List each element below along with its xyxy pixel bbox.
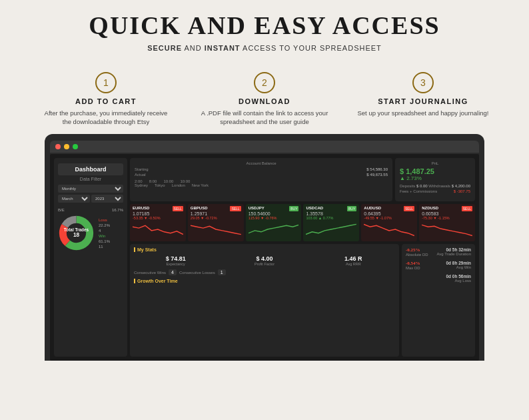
- pnl-card: PnL $ 1,487.25 ▲ 2.73% Deposits $ 0.00 W…: [395, 158, 475, 201]
- loss-label: Loss: [99, 218, 110, 222]
- eurusd-pair: EURUSD: [133, 206, 149, 211]
- forex-eurusd: EURUSD SELL 1.07185 -53.35 ▼ -0.50%: [130, 204, 186, 241]
- maximize-icon[interactable]: [73, 144, 78, 149]
- avg-trade-group: 0d 5h 32min Avg Trade Duration: [436, 247, 471, 257]
- usdcad-badge: BUY: [347, 206, 356, 211]
- subtitle: SECURE AND INSTANT ACCESS TO YOUR SPREAD…: [27, 44, 502, 52]
- step-3: 3 START JOURNALING Set up your spreadshe…: [357, 72, 489, 127]
- step-1-title: ADD TO CART: [75, 97, 137, 105]
- year-select[interactable]: 2023: [91, 195, 123, 203]
- london-label: London: [172, 183, 185, 187]
- stats-grid: $ 74.81 Expectancy $ 4.00 Profit Factor …: [134, 255, 395, 266]
- gbpusd-chart: [191, 221, 241, 237]
- steps-container: 1 ADD TO CART After the purchase, you im…: [0, 72, 529, 127]
- macbook-wrapper: Dashboard Data Filter Monthly March 2023: [0, 134, 529, 361]
- max-dd-group: -0.54% Max DD: [406, 261, 420, 270]
- win-label: Win: [99, 234, 110, 238]
- win-num: 11: [99, 245, 110, 249]
- filter-row-2: March 2023: [58, 195, 123, 203]
- avg-win-val: 0d 8h 29min: [446, 261, 471, 265]
- step-1-number: 1: [95, 72, 117, 93]
- expectancy-label: Expectancy: [134, 262, 217, 266]
- donut-legend: Loss 22.2% 4 Win 61.1% 11: [99, 218, 110, 249]
- abs-dd-group: -0.25% Absolute DD: [406, 247, 428, 257]
- avg-loss-row: 0d 0h 56min Avg Loss: [406, 274, 471, 283]
- forex-gbpusd: GBPUSD SELL 1.25971 29.05 ▼ -0.72%: [188, 204, 244, 241]
- page-title: QUICK AND EASY ACCESS: [27, 12, 502, 40]
- usdjpy-price: 150.54600: [249, 211, 299, 216]
- usdjpy-change: 115.90 ▼ -0.76%: [249, 216, 299, 220]
- win-pct: 61.1%: [99, 239, 110, 243]
- starting-row: Starting $ 54,586.30: [135, 167, 388, 171]
- minimize-icon[interactable]: [64, 144, 69, 149]
- max-dd-label: Max DD: [406, 266, 420, 270]
- max-dd-row: -0.54% Max DD 0d 8h 29min Avg Win: [406, 261, 471, 270]
- starting-val: $ 54,586.30: [366, 167, 388, 171]
- audusd-badge: SELL: [404, 206, 414, 211]
- trade-distribution: B/E 16.7%: [58, 208, 123, 251]
- starting-label: Starting: [135, 167, 149, 171]
- audusd-pair: AUDUSD: [364, 206, 381, 211]
- actual-row: Actual $ 49,673.55: [135, 173, 388, 177]
- deposits-row: Deposits $ 0.00 Withdrawals $ 4,200.00: [400, 184, 470, 188]
- abs-dd-val: -0.25%: [406, 247, 428, 253]
- profit-factor-metric: $ 4.00 Profit Factor: [223, 255, 306, 266]
- macbook-bar: [50, 141, 479, 153]
- abs-dd-label: Absolute DD: [406, 253, 428, 257]
- screen: Dashboard Data Filter Monthly March 2023: [50, 154, 479, 361]
- expectancy-metric: $ 74.81 Expectancy: [134, 255, 217, 266]
- ny-label: New York: [192, 183, 209, 187]
- dashboard-subtitle: Data Filter: [58, 177, 123, 181]
- svg-text:Total Trades: Total Trades: [64, 227, 89, 232]
- svg-text:18: 18: [73, 232, 80, 238]
- profit-factor-val: $ 4.00: [223, 255, 306, 262]
- cons-wins-label: Consecutive Wins: [134, 271, 166, 275]
- top-section: QUICK AND EASY ACCESS SECURE AND INSTANT…: [0, 0, 529, 60]
- gbpusd-badge: SELL: [230, 206, 241, 211]
- step-2: 2 DOWNLOAD A .PDF file will contain the …: [199, 72, 330, 127]
- avg-win-label: Avg Win: [446, 265, 471, 269]
- consecutive-row: Consecutive Wins 4 Consecutive Losses 1: [134, 269, 395, 275]
- audusd-change: -49.55 ▼ -1.07%: [364, 216, 414, 220]
- cons-losses-val: 1: [218, 269, 226, 275]
- macbook: Dashboard Data Filter Monthly March 2023: [45, 134, 484, 361]
- gbpusd-price: 1.25971: [191, 211, 241, 216]
- avg-rrr-label: Avg RRR: [312, 262, 395, 266]
- usdcad-price: 1.35578: [306, 211, 356, 216]
- donut-container: Total Trades 18 Loss 22.2% 4 Win 61.1% 1…: [58, 215, 123, 251]
- nzdusd-pair: NZDUSD: [422, 206, 438, 211]
- frequency-select[interactable]: Monthly: [58, 185, 123, 193]
- forex-usdjpy: USDJPY BUY 150.54600 115.90 ▼ -0.76%: [246, 204, 302, 241]
- avg-loss-label: Avg Loss: [446, 279, 471, 283]
- city-row: Sydney Tokyo London New York: [135, 183, 388, 187]
- pnl-value: $ 1,487.25: [400, 167, 470, 175]
- step-2-desc: A .PDF file will contain the link to acc…: [199, 109, 330, 127]
- dd-row: -0.25% Absolute DD 0d 5h 32min Avg Trade…: [406, 247, 471, 283]
- step-3-desc: Set up your spreadsheet and happy journa…: [358, 109, 489, 117]
- dashboard-main: Account Balance Starting $ 54,586.30 Act…: [130, 158, 475, 357]
- profit-factor-label: Profit Factor: [223, 262, 306, 266]
- tokyo-label: Tokyo: [155, 183, 165, 187]
- my-stats-panel: My Stats $ 74.81 Expectancy $ 4.00 Profi…: [130, 244, 399, 357]
- account-balance-title: Account Balance: [135, 161, 388, 165]
- audusd-price: 0.64395: [364, 211, 414, 216]
- pnl-title: PnL: [400, 161, 470, 165]
- eurusd-chart: [133, 221, 183, 237]
- withdrawals-label: Withdrawals: [428, 184, 450, 188]
- avg-rrr-val: 1.46 R: [312, 255, 395, 262]
- month-select[interactable]: March: [58, 195, 90, 203]
- deposits-val: $ 0.00: [416, 184, 428, 188]
- eurusd-badge: SELL: [173, 206, 183, 211]
- dashboard-left-panel: Dashboard Data Filter Monthly March 2023: [54, 158, 127, 357]
- nzdusd-change: -75.30 ▼ -1.15%: [422, 216, 472, 220]
- dashboard-title: Dashboard: [58, 163, 123, 175]
- max-dd-val: -0.54%: [406, 261, 420, 266]
- avg-trade-label: Avg Trade Duration: [436, 252, 471, 256]
- avg-loss-group: 0d 0h 56min Avg Loss: [446, 274, 471, 283]
- usdcad-chart: [306, 221, 356, 237]
- avg-win-group: 0d 8h 29min Avg Win: [446, 261, 471, 270]
- loss-num: 4: [99, 229, 110, 233]
- avg-rrr-metric: 1.46 R Avg RRR: [312, 255, 395, 266]
- step-1-desc: After the purchase, you immediately rece…: [40, 109, 172, 127]
- close-icon[interactable]: [55, 144, 61, 149]
